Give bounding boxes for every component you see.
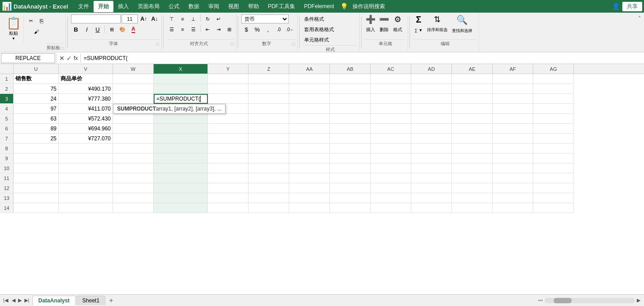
cell-AG5[interactable] [533,114,574,124]
cell-Z13[interactable] [249,193,289,203]
cell-AB5[interactable] [330,114,371,124]
col-header-AG[interactable]: AG [533,64,574,74]
cell-Y2[interactable] [208,84,249,94]
cell-AG2[interactable] [533,84,574,94]
cell-V7[interactable]: ¥727.070 [59,134,113,144]
cell-Z7[interactable] [249,134,289,144]
cell-AA2[interactable] [289,84,330,94]
cell-AC2[interactable] [371,84,411,94]
cell-AB14[interactable] [330,203,371,213]
cell-AD5[interactable] [411,114,452,124]
cell-U8[interactable] [14,144,59,153]
cell-AE14[interactable] [452,203,493,213]
cell-X7[interactable] [154,134,208,144]
cell-styles-button[interactable]: 单元格样式 [303,35,357,44]
find-button[interactable]: 查找和选择 [451,26,474,35]
cell-AG6[interactable] [533,124,574,134]
cell-AC9[interactable] [371,153,411,163]
cell-AC10[interactable] [371,163,411,173]
cell-V10[interactable] [59,163,113,173]
cell-AF8[interactable] [493,144,533,153]
cell-X11[interactable] [154,173,208,183]
number-format-select[interactable]: 货币 [241,14,289,23]
cell-V5[interactable]: ¥572.430 [59,114,113,124]
orientation-button[interactable]: ↻ [202,14,212,23]
cell-Y8[interactable] [208,144,249,153]
menu-pdfelement[interactable]: PDFelement [300,1,339,11]
sheet-nav-last[interactable]: ▶| [23,297,31,303]
cell-AG3[interactable] [533,94,574,104]
cell-AE4[interactable] [452,104,493,114]
cell-U5[interactable]: 63 [14,114,59,124]
col-header-AF[interactable]: AF [493,64,533,74]
col-header-AA[interactable]: AA [289,64,330,74]
cell-Z9[interactable] [249,153,289,163]
cell-AE5[interactable] [452,114,493,124]
cell-W3[interactable] [113,94,154,104]
cell-AB13[interactable] [330,193,371,203]
cell-V9[interactable] [59,153,113,163]
cell-AG4[interactable] [533,104,574,114]
menu-data[interactable]: 数据 [184,1,204,12]
menu-help[interactable]: 帮助 [244,1,263,12]
format-painter-button[interactable]: 🖌 [26,27,47,36]
cell-U14[interactable] [14,203,59,213]
copy-button[interactable]: ⎘ [37,16,47,25]
cell-W14[interactable] [113,203,154,213]
align-right-button[interactable]: ☰ [188,25,198,34]
cell-Z6[interactable] [249,124,289,134]
cell-AB3[interactable] [330,94,371,104]
cell-X14[interactable] [154,203,208,213]
cell-AA11[interactable] [289,173,330,183]
cell-AF2[interactable] [493,84,533,94]
cell-AC6[interactable] [371,124,411,134]
paste-dropdown-icon[interactable]: ▼ [12,37,15,41]
cell-AA9[interactable] [289,153,330,163]
cell-AC8[interactable] [371,144,411,153]
menu-home[interactable]: 开始 [94,1,113,12]
sum-button[interactable]: ∑ ▼ [413,26,424,35]
number-expander[interactable]: ⬚ [292,42,296,46]
cell-X2[interactable] [154,84,208,94]
cell-Y7[interactable] [208,134,249,144]
fill-color-button[interactable]: 🎨 [118,25,127,34]
font-color-button[interactable]: A [128,25,138,34]
cell-AE11[interactable] [452,173,493,183]
indent-decrease-button[interactable]: ⇤ [202,25,212,34]
sheet-nav-prev[interactable]: ◀ [10,297,17,303]
cell-AF1[interactable] [493,74,533,84]
cell-V1[interactable]: 商品单价 [59,74,113,84]
cell-AD8[interactable] [411,144,452,153]
col-header-U[interactable]: U [14,64,59,74]
comma-button[interactable]: , [263,25,273,34]
sheet-tab-sheet1[interactable]: Sheet1 [76,296,105,305]
cell-AB1[interactable] [330,74,371,84]
cell-AB8[interactable] [330,144,371,153]
col-header-W[interactable]: W [113,64,154,74]
cell-X5[interactable] [154,114,208,124]
cell-AB2[interactable] [330,84,371,94]
cell-Y1[interactable] [208,74,249,84]
cell-AF4[interactable] [493,104,533,114]
cell-X8[interactable] [154,144,208,153]
cell-W1[interactable] [113,74,154,84]
cell-AD13[interactable] [411,193,452,203]
align-top-button[interactable]: ⊤ [167,14,177,23]
cell-W10[interactable] [113,163,154,173]
italic-button[interactable]: I [82,25,92,34]
cell-AA13[interactable] [289,193,330,203]
cell-X12[interactable] [154,183,208,193]
cell-Z2[interactable] [249,84,289,94]
cell-AC1[interactable] [371,74,411,84]
insert-button[interactable]: 插入 [365,25,376,34]
cell-AA12[interactable] [289,183,330,193]
cell-AD7[interactable] [411,134,452,144]
menu-search[interactable]: 操作说明搜索 [348,1,390,12]
col-header-AD[interactable]: AD [411,64,452,74]
font-size-input[interactable] [122,14,138,23]
cell-AF14[interactable] [493,203,533,213]
add-sheet-button[interactable]: + [106,297,116,305]
cell-W13[interactable] [113,193,154,203]
col-header-X[interactable]: X [154,64,208,74]
cell-V4[interactable]: ¥411.070 [59,104,113,114]
